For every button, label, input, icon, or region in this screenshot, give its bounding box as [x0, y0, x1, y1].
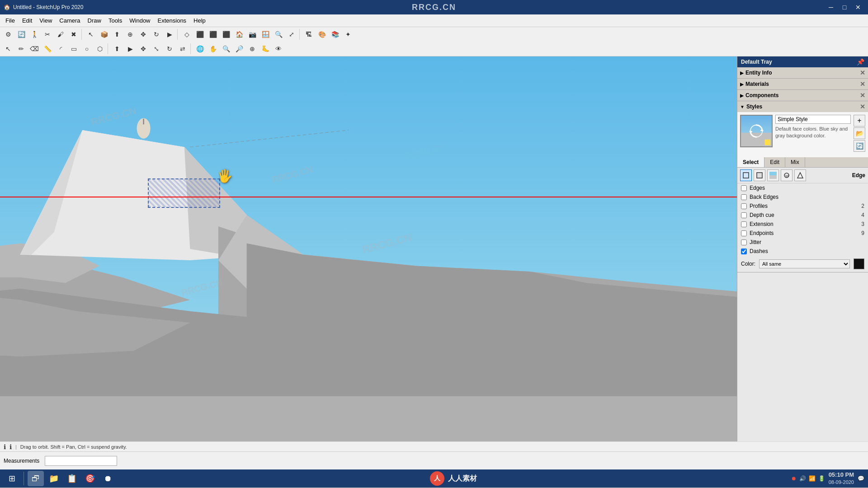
tb-walk2[interactable]: 🦶	[259, 42, 272, 55]
style-library-button[interactable]: 📂	[854, 127, 865, 139]
tb-move2[interactable]: ✥	[137, 42, 150, 55]
depthcue-checkbox[interactable]	[741, 212, 747, 218]
entity-info-close[interactable]: ✕	[860, 69, 865, 76]
start-button[interactable]: ⊞	[4, 471, 20, 486]
viewport[interactable]: 🖐 RRCG.CN RRCG.CN RRCG.CN RRCG.CN RRCG.C…	[0, 56, 737, 441]
tb-tape[interactable]: 📏	[41, 42, 54, 55]
tb-paint-tool[interactable]: 🖌	[54, 28, 67, 41]
tb-look[interactable]: 👁	[272, 42, 285, 55]
tb-right-view[interactable]: ⬛	[220, 28, 232, 41]
tb-window-view[interactable]: 🪟	[259, 28, 272, 41]
materials-header[interactable]: ▶ Materials ✕	[737, 79, 868, 89]
tb-arc[interactable]: ◜	[54, 42, 67, 55]
menu-edit[interactable]: Edit	[19, 15, 36, 26]
tab-mix[interactable]: Mix	[785, 157, 805, 167]
menu-extensions[interactable]: Extensions	[154, 15, 190, 26]
color-swatch[interactable]	[854, 258, 864, 269]
maximize-button[interactable]: □	[838, 3, 851, 12]
taskbar-app-task-view[interactable]: 🗗	[28, 471, 44, 486]
tab-select[interactable]: Select	[737, 157, 764, 167]
taskbar-app-explorer[interactable]: 📁	[46, 471, 62, 486]
tb-eraser[interactable]: ⌫	[28, 42, 41, 55]
tb-pan[interactable]: ✋	[207, 42, 219, 55]
tb-select2[interactable]: ↖	[2, 42, 14, 55]
tb-offset[interactable]: ⊕	[124, 28, 137, 41]
tb-scale[interactable]: ⤡	[150, 42, 163, 55]
tb-material-lib[interactable]: 🎨	[316, 28, 328, 41]
endpoints-checkbox[interactable]	[741, 230, 747, 236]
face-icon-btn[interactable]	[754, 169, 765, 181]
tb-top-view[interactable]: ⬛	[193, 28, 206, 41]
menu-view[interactable]: View	[36, 15, 56, 26]
materials-close[interactable]: ✕	[860, 80, 865, 88]
extension-checkbox[interactable]	[741, 221, 747, 227]
components-header[interactable]: ▶ Components ✕	[737, 90, 868, 101]
styles-close[interactable]: ✕	[860, 103, 865, 110]
jitter-checkbox[interactable]	[741, 239, 747, 245]
tb-component-tool[interactable]: 📦	[98, 28, 110, 41]
tb-orbit-tool[interactable]: 🔄	[15, 28, 28, 41]
tb-followme[interactable]: ▶	[163, 28, 176, 41]
tb-zoom[interactable]: 🔍	[272, 28, 285, 41]
edges-checkbox[interactable]	[741, 185, 747, 191]
tb-component-lib[interactable]: 🏗	[302, 28, 315, 41]
tb-pencil[interactable]: ✏	[15, 42, 28, 55]
tb-polygon[interactable]: ⬡	[94, 42, 106, 55]
tb-circle[interactable]: ○	[80, 42, 93, 55]
modeling-icon-btn[interactable]	[794, 169, 806, 181]
tb-rotate-tool[interactable]: ⚙	[2, 28, 14, 41]
measurements-input[interactable]	[45, 456, 117, 466]
tb-house-view[interactable]: 🏠	[233, 28, 245, 41]
close-button[interactable]: ✕	[852, 3, 864, 12]
tb-walk-tool[interactable]: 🚶	[28, 28, 41, 41]
tb-zoom4[interactable]: ⊕	[246, 42, 259, 55]
menu-tools[interactable]: Tools	[105, 15, 126, 26]
menu-help[interactable]: Help	[190, 15, 209, 26]
tb-rotate3[interactable]: ↻	[163, 42, 176, 55]
menu-camera[interactable]: Camera	[56, 15, 84, 26]
tray-pin-button[interactable]: 📌	[857, 58, 864, 66]
tb-erase-tool[interactable]: ✖	[67, 28, 80, 41]
style-refresh-button[interactable]: 🔄	[854, 140, 865, 152]
tb-zoom-extent[interactable]: ⤢	[285, 28, 298, 41]
style-name-input[interactable]	[775, 115, 851, 124]
backedges-checkbox[interactable]	[741, 194, 747, 200]
tb-select-cursor[interactable]: ↖	[85, 28, 97, 41]
tb-followme2[interactable]: ▶	[124, 42, 137, 55]
entity-info-header[interactable]: ▶ Entity Info ✕	[737, 67, 868, 78]
taskbar-app-record[interactable]: ⏺	[100, 471, 116, 486]
tb-layer-lib[interactable]: 📚	[329, 28, 341, 41]
tb-move[interactable]: ✥	[137, 28, 150, 41]
tb-push-pull[interactable]: ⬆	[111, 28, 123, 41]
components-close[interactable]: ✕	[860, 92, 865, 99]
menu-file[interactable]: File	[2, 15, 19, 26]
menu-draw[interactable]: Draw	[84, 15, 105, 26]
tb-flip[interactable]: ⇄	[176, 42, 189, 55]
tb-zoom3[interactable]: 🔎	[233, 42, 245, 55]
taskbar-app-ppt[interactable]: 📋	[64, 471, 80, 486]
taskbar-app-sketchup[interactable]: 🎯	[82, 471, 98, 486]
tb-camera-view[interactable]: 📷	[246, 28, 259, 41]
tb-orbit[interactable]: 🌐	[193, 42, 206, 55]
tb-section-tool[interactable]: ✂	[41, 28, 54, 41]
tb-front-view[interactable]: ⬛	[207, 28, 219, 41]
notification-icon[interactable]: 💬	[858, 475, 864, 482]
hint-text: Drag to orbit. Shift = Pan, Ctrl = suspe…	[20, 444, 127, 450]
tb-iso-view[interactable]: ◇	[180, 28, 193, 41]
style-create-button[interactable]: +	[854, 115, 865, 127]
menu-window[interactable]: Window	[126, 15, 154, 26]
edge-icon-btn[interactable]	[740, 169, 752, 181]
dashes-checkbox[interactable]	[741, 249, 747, 254]
tb-zoom2[interactable]: 🔍	[220, 42, 232, 55]
styles-header[interactable]: ▼ Styles ✕	[737, 101, 868, 112]
watermark-icon-btn[interactable]: W	[781, 169, 793, 181]
tb-style-lib[interactable]: ✦	[342, 28, 354, 41]
minimize-button[interactable]: ─	[825, 3, 837, 12]
tb-rotate2[interactable]: ↻	[150, 28, 163, 41]
tb-rect[interactable]: ▭	[67, 42, 80, 55]
background-icon-btn[interactable]	[767, 169, 779, 181]
color-dropdown[interactable]: All same By material By axis By layer	[759, 259, 850, 268]
tb-pushpull2[interactable]: ⬆	[111, 42, 123, 55]
profiles-checkbox[interactable]	[741, 203, 747, 209]
tab-edit[interactable]: Edit	[764, 157, 785, 167]
